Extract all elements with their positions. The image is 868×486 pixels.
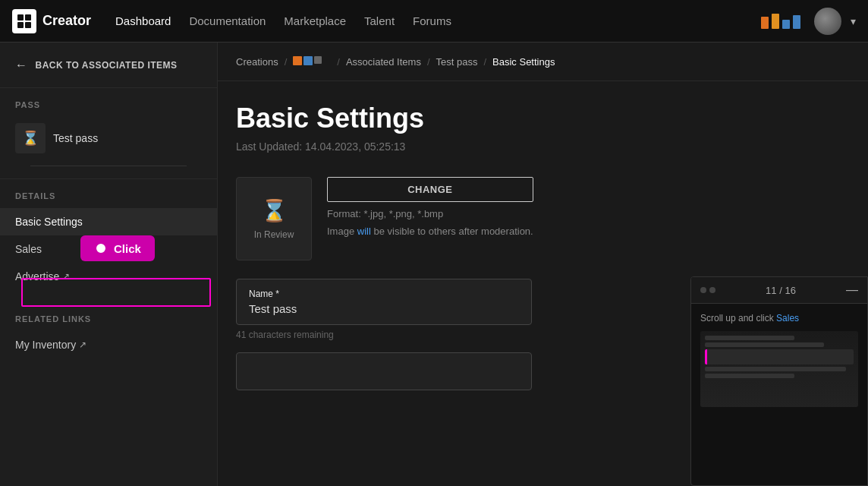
popup-sales-link[interactable]: Sales	[776, 313, 799, 323]
divider	[30, 166, 187, 166]
breadcrumb-test-pass[interactable]: Test pass	[436, 56, 478, 68]
nav-link-marketplace[interactable]: Marketplace	[284, 14, 346, 27]
tutorial-popup: 11 / 16 — Scroll up and click Sales	[690, 276, 868, 486]
last-updated-value: 14.04.2023, 05:25:13	[305, 140, 405, 153]
svg-rect-5	[772, 14, 779, 29]
nav-stats-icons	[760, 11, 805, 32]
breadcrumb: Creations / / Associated Items / Test pa…	[218, 43, 868, 81]
breadcrumb-sep-4: /	[483, 56, 486, 68]
breadcrumb-creations[interactable]: Creations	[236, 56, 278, 68]
nav-right: ▾	[760, 8, 856, 35]
popup-screenshot	[700, 331, 858, 407]
advertise-link: Advertise ↗	[15, 270, 202, 282]
name-field-value: Test pass	[249, 302, 519, 315]
pass-section-label: PASS	[15, 100, 202, 109]
nav-dropdown-arrow[interactable]: ▾	[851, 15, 856, 27]
moderation-text-static: Image	[327, 226, 357, 237]
page-title: Basic Settings	[236, 103, 850, 134]
tooltip-label: Click	[114, 242, 141, 255]
popup-content: Scroll up and click Sales	[691, 304, 867, 416]
breadcrumb-sep-3: /	[427, 56, 430, 68]
ps-bar-2	[705, 342, 824, 347]
breadcrumb-associated-items[interactable]: Associated Items	[346, 56, 421, 68]
ps-bar-3	[705, 367, 846, 371]
name-field-label: Name *	[249, 289, 519, 299]
next-field-placeholder	[236, 352, 532, 390]
popup-dot-1	[700, 287, 706, 293]
moderation-text-end: be visible to others after moderation.	[371, 226, 533, 237]
sidebar-item-basic-settings[interactable]: Basic Settings	[0, 208, 217, 235]
format-text: Format: *.jpg, *.png, *.bmp	[327, 208, 533, 219]
svg-rect-10	[314, 56, 322, 64]
ps-bar-1	[705, 336, 794, 340]
my-inventory-link[interactable]: My Inventory ↗	[0, 331, 217, 358]
back-to-associated-items-button[interactable]: ← BACK TO ASSOCIATED ITEMS	[0, 43, 217, 88]
nav-link-documentation[interactable]: Documentation	[189, 14, 266, 27]
breadcrumb-sep-1: /	[285, 56, 288, 68]
name-field-wrapper[interactable]: Name * Test pass	[236, 279, 532, 325]
back-label: BACK TO ASSOCIATED ITEMS	[36, 60, 178, 71]
ps-highlight	[705, 349, 854, 364]
ps-bar-4	[705, 374, 794, 378]
pass-section: PASS ⌛ Test pass	[0, 88, 217, 179]
nav-link-forums[interactable]: Forums	[413, 14, 451, 27]
popup-screenshot-inner	[700, 331, 858, 407]
logo-text: Creator	[42, 13, 91, 29]
nav-link-talent[interactable]: Talent	[364, 14, 395, 27]
moderation-text: Image will be visible to others after mo…	[327, 226, 533, 237]
popup-minimize-icon[interactable]: —	[846, 283, 858, 297]
back-arrow-icon: ←	[15, 58, 28, 72]
popup-dots	[700, 287, 715, 293]
image-preview-icon: ⌛	[261, 198, 288, 223]
nav-links: Dashboard Documentation Marketplace Tale…	[115, 14, 741, 27]
image-controls: CHANGE Format: *.jpg, *.png, *.bmp Image…	[327, 177, 533, 260]
breadcrumb-sep-2: /	[337, 56, 340, 68]
related-links-label: RELATED LINKS	[0, 314, 217, 323]
svg-rect-4	[761, 17, 769, 29]
page-header: Basic Settings Last Updated: 14.04.2023,…	[218, 81, 868, 165]
pass-thumbnail: ⌛	[15, 123, 46, 153]
logo-icon	[12, 9, 36, 33]
popup-counter: 11 / 16	[766, 285, 796, 296]
cursor-icon	[94, 241, 108, 255]
pass-name: Test pass	[53, 132, 98, 144]
top-navigation: Creator Dashboard Documentation Marketpl…	[0, 0, 868, 43]
popup-header: 11 / 16 —	[691, 277, 867, 304]
svg-rect-1	[25, 14, 31, 21]
click-tooltip: Click	[80, 235, 155, 261]
app-logo[interactable]: Creator	[12, 9, 91, 33]
change-button[interactable]: CHANGE	[327, 177, 533, 202]
last-updated: Last Updated: 14.04.2023, 05:25:13	[236, 140, 850, 153]
image-review-label: In Review	[254, 229, 294, 240]
details-label: DETAILS	[0, 191, 217, 200]
svg-rect-3	[25, 22, 31, 28]
svg-rect-9	[303, 56, 313, 65]
avatar[interactable]	[814, 8, 841, 35]
popup-dot-2	[709, 287, 715, 293]
svg-rect-7	[793, 15, 800, 29]
sidebar: ← BACK TO ASSOCIATED ITEMS PASS ⌛ Test p…	[0, 43, 218, 486]
breadcrumb-icon-group	[293, 55, 331, 68]
svg-rect-0	[17, 14, 24, 21]
popup-message: Scroll up and click	[700, 313, 774, 323]
will-highlight: will	[357, 226, 371, 237]
image-section: ⌛ In Review CHANGE Format: *.jpg, *.png,…	[236, 177, 850, 260]
image-preview: ⌛ In Review	[236, 177, 312, 260]
external-link-icon: ↗	[62, 271, 70, 282]
nav-link-dashboard[interactable]: Dashboard	[115, 14, 171, 27]
svg-rect-8	[293, 56, 302, 65]
last-updated-label: Last Updated:	[236, 140, 302, 153]
breadcrumb-current: Basic Settings	[492, 56, 555, 68]
external-link-icon-inventory: ↗	[79, 339, 86, 350]
sidebar-item-advertise[interactable]: Advertise ↗	[0, 263, 217, 290]
svg-rect-2	[17, 22, 24, 28]
related-links-section: RELATED LINKS My Inventory ↗	[0, 302, 217, 371]
svg-rect-6	[782, 20, 790, 29]
pass-item: ⌛ Test pass	[15, 117, 202, 159]
